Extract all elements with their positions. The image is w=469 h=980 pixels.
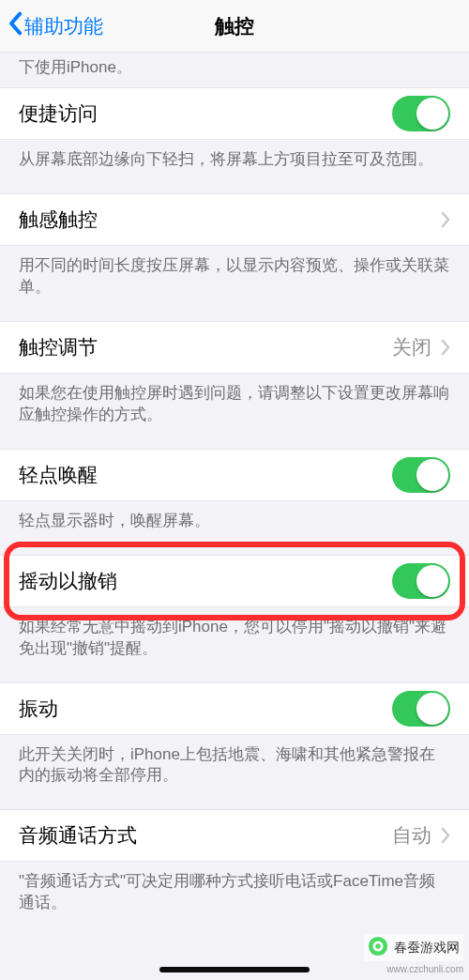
row-label: 便捷访问 [19, 100, 98, 127]
svg-point-2 [375, 943, 381, 949]
chevron-right-icon [441, 339, 450, 356]
audio-routing-value: 自动 [392, 822, 431, 849]
home-indicator[interactable] [159, 967, 310, 972]
accommodations-footer: 如果您在使用触控屏时遇到问题，请调整以下设置更改屏幕响应触控操作的方式。 [0, 374, 469, 449]
row-label: 音频通话方式 [19, 822, 137, 849]
page-title: 触控 [215, 13, 254, 39]
row-shake-to-undo[interactable]: 摇动以撤销 [0, 555, 469, 607]
chevron-left-icon [8, 11, 24, 40]
tap-wake-toggle[interactable] [392, 457, 450, 493]
chevron-right-icon [441, 827, 450, 844]
row-label: 触感触控 [19, 207, 98, 233]
row-label: 振动 [19, 696, 58, 722]
row-audio-routing[interactable]: 音频通话方式 自动 [0, 809, 469, 862]
haptic-footer: 用不同的时间长度按压屏幕，以显示内容预览、操作或关联菜单。 [0, 246, 469, 321]
watermark: 春蚕游戏网 [364, 934, 463, 961]
row-touch-accommodations[interactable]: 触控调节 关闭 [0, 321, 469, 374]
reachability-toggle[interactable] [392, 96, 450, 131]
vibration-footer: 此开关关闭时，iPhone上包括地震、海啸和其他紧急警报在内的振动将全部停用。 [0, 735, 469, 810]
tap-wake-footer: 轻点显示器时，唤醒屏幕。 [0, 501, 469, 555]
shake-undo-toggle[interactable] [392, 563, 450, 599]
row-reachability[interactable]: 便捷访问 [0, 87, 469, 140]
vibration-toggle[interactable] [392, 691, 450, 727]
watermark-text: 春蚕游戏网 [394, 940, 460, 957]
row-label: 摇动以撤销 [19, 568, 117, 594]
row-label: 触控调节 [19, 334, 98, 360]
reachability-footer: 从屏幕底部边缘向下轻扫，将屏幕上方项目拉至可及范围。 [0, 140, 469, 193]
row-haptic-touch[interactable]: 触感触控 [0, 193, 469, 246]
chevron-right-icon [441, 211, 450, 228]
back-label: 辅助功能 [24, 13, 103, 39]
shake-footer: 如果经常无意中摇动到iPhone，您可以停用"摇动以撤销"来避免出现"撤销"提醒… [0, 607, 469, 682]
truncated-footer: 下使用iPhone。 [0, 53, 469, 87]
accommodations-value: 关闭 [392, 334, 431, 360]
watermark-url: www.czchunli.com [386, 964, 463, 974]
row-label: 轻点唤醒 [19, 462, 98, 488]
back-button[interactable]: 辅助功能 [8, 11, 103, 40]
content-scroll[interactable]: 下使用iPhone。 便捷访问 从屏幕底部边缘向下轻扫，将屏幕上方项目拉至可及范… [0, 53, 469, 980]
watermark-icon [368, 936, 388, 959]
audio-routing-footer: "音频通话方式"可决定用哪种方式接听电话或FaceTime音频通话。 [0, 862, 469, 937]
navigation-bar: 辅助功能 触控 [0, 0, 469, 53]
row-vibration[interactable]: 振动 [0, 682, 469, 735]
row-tap-to-wake[interactable]: 轻点唤醒 [0, 449, 469, 501]
